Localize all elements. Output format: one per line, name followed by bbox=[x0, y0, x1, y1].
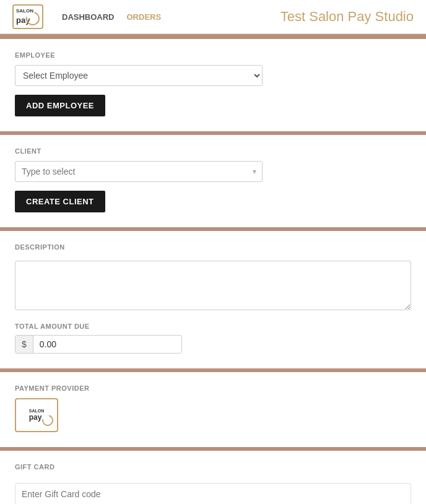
payment-logo[interactable]: SALON pay bbox=[15, 398, 58, 432]
payment-provider-label: PAYMENT PROVIDER bbox=[15, 385, 411, 392]
payment-pay-text: pay bbox=[29, 413, 42, 422]
add-employee-button[interactable]: ADD EMPLOYEE bbox=[15, 95, 105, 116]
employee-section: EMPLOYEE Select Employee ADD EMPLOYEE bbox=[0, 39, 426, 135]
client-section: CLIENT ▾ CREATE CLIENT bbox=[0, 135, 426, 231]
header: SALON pay DASHBOARD ORDERS Test Salon Pa… bbox=[0, 0, 426, 34]
client-input-wrapper: ▾ bbox=[15, 161, 263, 182]
logo-box: SALON pay bbox=[12, 4, 43, 29]
description-textarea[interactable] bbox=[15, 261, 411, 310]
employee-label: EMPLOYEE bbox=[15, 51, 411, 59]
description-label: DESCRIPTION bbox=[15, 243, 411, 251]
page-title: Test Salon Pay Studio bbox=[280, 9, 414, 25]
amount-label: TOTAL AMOUNT DUE bbox=[15, 323, 411, 330]
payment-salon-text: SALON bbox=[29, 409, 45, 413]
amount-input[interactable] bbox=[33, 336, 181, 353]
nav: DASHBOARD ORDERS bbox=[62, 12, 161, 22]
accent-bar bbox=[0, 34, 426, 39]
currency-symbol: $ bbox=[15, 336, 33, 353]
client-label: CLIENT bbox=[15, 147, 411, 155]
gift-card-input[interactable] bbox=[15, 483, 411, 504]
logo: SALON pay bbox=[12, 4, 43, 29]
gift-card-label: GIFT CARD bbox=[15, 463, 411, 471]
amount-input-wrapper: $ bbox=[15, 335, 182, 354]
gift-card-section: GIFT CARD APPLY CODE bbox=[0, 451, 426, 504]
client-search-input[interactable] bbox=[15, 161, 263, 182]
description-section: DESCRIPTION TOTAL AMOUNT DUE $ bbox=[0, 231, 426, 372]
nav-dashboard[interactable]: DASHBOARD bbox=[62, 12, 115, 22]
nav-orders[interactable]: ORDERS bbox=[127, 12, 162, 22]
payment-provider-section: PAYMENT PROVIDER SALON pay bbox=[0, 372, 426, 451]
employee-select[interactable]: Select Employee bbox=[15, 65, 263, 86]
create-client-button[interactable]: CREATE CLIENT bbox=[15, 191, 105, 212]
